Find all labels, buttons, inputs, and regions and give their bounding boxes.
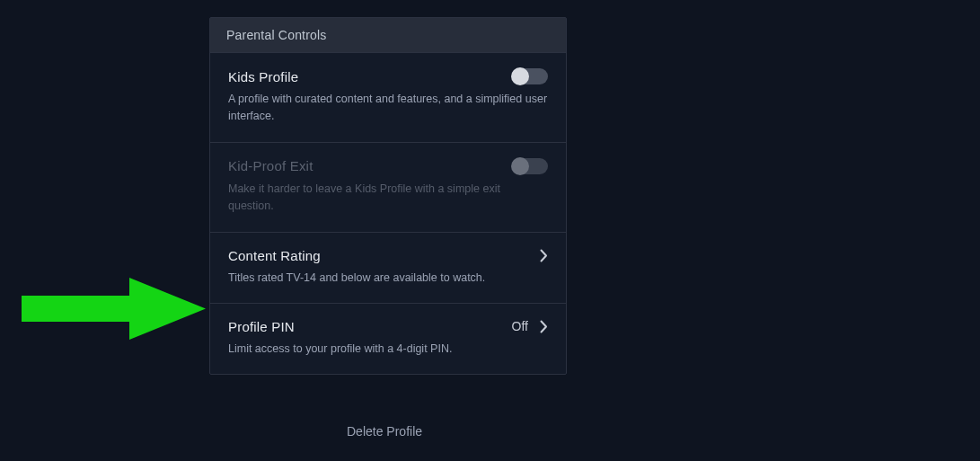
kids-profile-toggle[interactable] xyxy=(512,68,548,84)
kids-profile-description: A profile with curated content and featu… xyxy=(228,91,548,126)
profile-pin-status: Off xyxy=(512,319,528,333)
profile-pin-section[interactable]: Profile PIN Off Limit access to your pro… xyxy=(210,303,566,374)
kids-profile-section: Kids Profile A profile with curated cont… xyxy=(210,52,566,142)
kid-proof-exit-title: Kid-Proof Exit xyxy=(228,158,313,173)
profile-pin-title: Profile PIN xyxy=(228,319,295,334)
profile-pin-description: Limit access to your profile with a 4-di… xyxy=(228,341,548,358)
content-rating-description: Titles rated TV-14 and below are availab… xyxy=(228,270,548,287)
toggle-knob xyxy=(511,157,529,175)
kid-proof-exit-toggle xyxy=(512,158,548,174)
delete-profile-button[interactable]: Delete Profile xyxy=(347,424,422,439)
kids-profile-title: Kids Profile xyxy=(228,69,298,84)
arrow-annotation-icon xyxy=(22,275,207,342)
parental-controls-panel: Parental Controls Kids Profile A profile… xyxy=(209,17,567,375)
kid-proof-exit-section: Kid-Proof Exit Make it harder to leave a… xyxy=(210,142,566,232)
chevron-right-icon xyxy=(539,319,548,333)
toggle-knob xyxy=(511,67,529,85)
kid-proof-exit-description: Make it harder to leave a Kids Profile w… xyxy=(228,181,548,216)
panel-header: Parental Controls xyxy=(210,18,566,52)
svg-marker-0 xyxy=(22,278,206,340)
content-rating-section[interactable]: Content Rating Titles rated TV-14 and be… xyxy=(210,232,566,303)
chevron-right-icon xyxy=(539,248,548,262)
content-rating-title: Content Rating xyxy=(228,248,321,263)
